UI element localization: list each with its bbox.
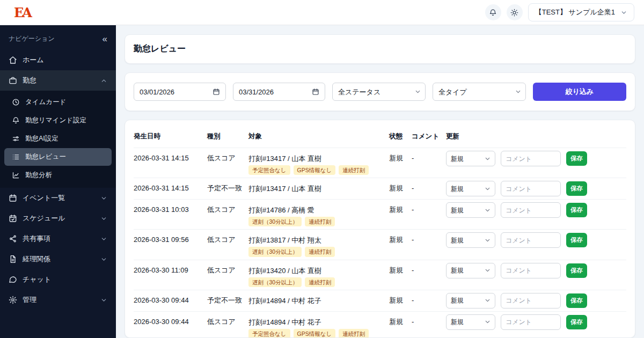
sidebar-item-attendance[interactable]: 勤怠 bbox=[0, 70, 116, 91]
row-datetime: 2026-03-31 14:15 bbox=[134, 151, 207, 166]
date-from-field[interactable] bbox=[140, 88, 213, 96]
theme-toggle-button[interactable] bbox=[507, 4, 523, 20]
row-comment: - bbox=[412, 232, 446, 247]
sidebar-item-label: 経理関係 bbox=[23, 254, 50, 264]
sidebar-item-label: 勤怠レビュー bbox=[25, 152, 66, 161]
row-type: 低スコア bbox=[207, 232, 248, 247]
row-comment: - bbox=[412, 181, 446, 196]
row-type: 予定不一致 bbox=[207, 181, 248, 196]
row-update-select[interactable]: 新規 bbox=[446, 181, 495, 196]
type-filter-select[interactable]: 全タイプ bbox=[433, 83, 526, 101]
table-row: 2026-03-31 14:15 予定不一致 打刻#13417 / 山本 直樹 … bbox=[134, 178, 626, 199]
sidebar-nav: ホーム 勤怠 タイムカード 勤怠リマインド設定 勤怠AI設定 bbox=[0, 50, 116, 310]
row-save-button[interactable]: 保存 bbox=[566, 263, 587, 278]
alert-tag: 遅刻（30分以上） bbox=[248, 217, 302, 226]
row-comment-input[interactable] bbox=[501, 151, 561, 166]
sidebar: ナビゲーション « ホーム 勤怠 タイムカード 勤怠リマインド設定 bbox=[0, 25, 116, 338]
row-update-select-wrap: 新規 bbox=[446, 232, 495, 248]
row-target: 打刻#13420 / 山本 直樹 bbox=[248, 263, 385, 275]
date-to-field[interactable] bbox=[239, 88, 312, 96]
row-update-select[interactable]: 新規 bbox=[446, 263, 495, 278]
row-comment-input[interactable] bbox=[501, 232, 561, 248]
row-update-select-wrap: 新規 bbox=[446, 314, 495, 330]
sidebar-collapse-button[interactable]: « bbox=[103, 34, 107, 43]
row-save-button[interactable]: 保存 bbox=[566, 233, 587, 247]
row-target-cell: 打刻#13817 / 中村 翔太 遅刻（30分以上）連続打刻 bbox=[248, 232, 389, 256]
list-icon bbox=[12, 153, 20, 161]
app-logo[interactable]: EA bbox=[14, 5, 31, 20]
status-filter-select[interactable]: 全ステータス bbox=[332, 83, 426, 101]
row-comment: - bbox=[412, 263, 446, 278]
row-datetime: 2026-03-30 09:44 bbox=[134, 293, 207, 308]
row-status: 新規 bbox=[389, 202, 412, 217]
company-selector[interactable]: 【TEST】 サンプル企業1 bbox=[528, 3, 634, 21]
row-comment-input[interactable] bbox=[501, 293, 561, 308]
row-comment-input[interactable] bbox=[501, 181, 561, 196]
col-header-update: 更新 bbox=[446, 132, 626, 141]
row-target-cell: 打刻#13420 / 山本 直樹 遅刻（30分以上）連続打刻 bbox=[248, 263, 389, 287]
row-comment-input[interactable] bbox=[501, 263, 561, 278]
row-target-cell: 打刻#14786 / 高橋 愛 遅刻（30分以上）連続打刻 bbox=[248, 202, 389, 226]
row-update-select[interactable]: 新規 bbox=[446, 202, 495, 218]
row-comment: - bbox=[412, 151, 446, 166]
page-title: 勤怠レビュー bbox=[134, 43, 626, 55]
sidebar-item-ai-settings[interactable]: 勤怠AI設定 bbox=[4, 130, 112, 148]
alert-tag: 連続打刻 bbox=[339, 329, 369, 338]
table-row: 2026-03-30 09:44 予定不一致 打刻#14894 / 中村 花子 … bbox=[134, 290, 626, 311]
row-update-select[interactable]: 新規 bbox=[446, 151, 495, 166]
row-target: 打刻#14786 / 高橋 愛 bbox=[248, 202, 385, 215]
table-row: 2026-03-31 10:03 低スコア 打刻#14786 / 高橋 愛 遅刻… bbox=[134, 199, 626, 229]
sidebar-item-review[interactable]: 勤怠レビュー bbox=[4, 148, 112, 166]
type-filter: 全タイプ bbox=[433, 83, 526, 101]
row-tags: 予定照合なしGPS情報なし連続打刻 bbox=[248, 329, 385, 338]
row-update-select[interactable]: 新規 bbox=[446, 232, 495, 248]
row-update-cell: 新規 保存 bbox=[446, 293, 626, 308]
row-target-cell: 打刻#13417 / 山本 直樹 bbox=[248, 181, 389, 193]
row-comment: - bbox=[412, 293, 446, 308]
page-title-card: 勤怠レビュー bbox=[125, 34, 635, 64]
row-save-button[interactable]: 保存 bbox=[566, 181, 587, 196]
sidebar-item-label: 勤怠 bbox=[23, 76, 36, 85]
sidebar-item-reminder-settings[interactable]: 勤怠リマインド設定 bbox=[4, 112, 112, 129]
calendar-icon[interactable] bbox=[312, 88, 319, 95]
table-row: 2026-03-31 14:15 低スコア 打刻#13417 / 山本 直樹 予… bbox=[134, 148, 626, 178]
chevron-down-icon bbox=[100, 297, 107, 304]
briefcase-icon bbox=[9, 76, 17, 85]
row-save-button[interactable]: 保存 bbox=[566, 203, 587, 217]
topbar: EA 【TEST】 サンプル企業1 bbox=[0, 0, 644, 25]
row-update-select[interactable]: 新規 bbox=[446, 314, 495, 330]
row-datetime: 2026-03-31 10:03 bbox=[134, 202, 207, 217]
row-update-cell: 新規 保存 bbox=[446, 202, 626, 218]
row-type: 低スコア bbox=[207, 263, 248, 278]
sidebar-item-timecard[interactable]: タイムカード bbox=[4, 93, 112, 111]
sidebar-item-analysis[interactable]: 勤怠分析 bbox=[4, 166, 112, 184]
row-save-button[interactable]: 保存 bbox=[566, 293, 587, 308]
calendar-icon[interactable] bbox=[213, 88, 220, 95]
chevron-down-icon bbox=[620, 9, 627, 16]
sidebar-item-admin[interactable]: 管理 bbox=[0, 290, 116, 310]
row-update-select[interactable]: 新規 bbox=[446, 293, 495, 308]
row-update-cell: 新規 保存 bbox=[446, 314, 626, 330]
sidebar-item-events[interactable]: イベント一覧 bbox=[0, 188, 116, 208]
notifications-button[interactable] bbox=[485, 4, 501, 20]
sidebar-item-home[interactable]: ホーム bbox=[0, 50, 116, 70]
table-header-row: 発生日時 種別 対象 状態 コメント 更新 bbox=[134, 123, 626, 148]
sidebar-item-shared[interactable]: 共有事項 bbox=[0, 229, 116, 249]
chevron-up-icon bbox=[100, 77, 107, 84]
row-type: 低スコア bbox=[207, 202, 248, 217]
row-comment-input[interactable] bbox=[501, 314, 561, 330]
table-row: 2026-03-31 09:56 低スコア 打刻#13817 / 中村 翔太 遅… bbox=[134, 229, 626, 259]
sidebar-item-label: タイムカード bbox=[25, 98, 66, 107]
sidebar-item-label: スケジュール bbox=[23, 214, 65, 223]
row-save-button[interactable]: 保存 bbox=[566, 315, 587, 329]
col-header-datetime: 発生日時 bbox=[134, 132, 207, 141]
row-save-button[interactable]: 保存 bbox=[566, 151, 587, 166]
sidebar-item-chat[interactable]: チャット bbox=[0, 269, 116, 290]
sidebar-item-schedule[interactable]: スケジュール bbox=[0, 208, 116, 229]
row-comment-input[interactable] bbox=[501, 202, 561, 218]
filter-apply-button[interactable]: 絞り込み bbox=[533, 83, 626, 101]
col-header-target: 対象 bbox=[248, 132, 389, 141]
row-status: 新規 bbox=[389, 181, 412, 196]
row-datetime: 2026-03-31 14:15 bbox=[134, 181, 207, 196]
sidebar-item-accounting[interactable]: 経理関係 bbox=[0, 249, 116, 269]
